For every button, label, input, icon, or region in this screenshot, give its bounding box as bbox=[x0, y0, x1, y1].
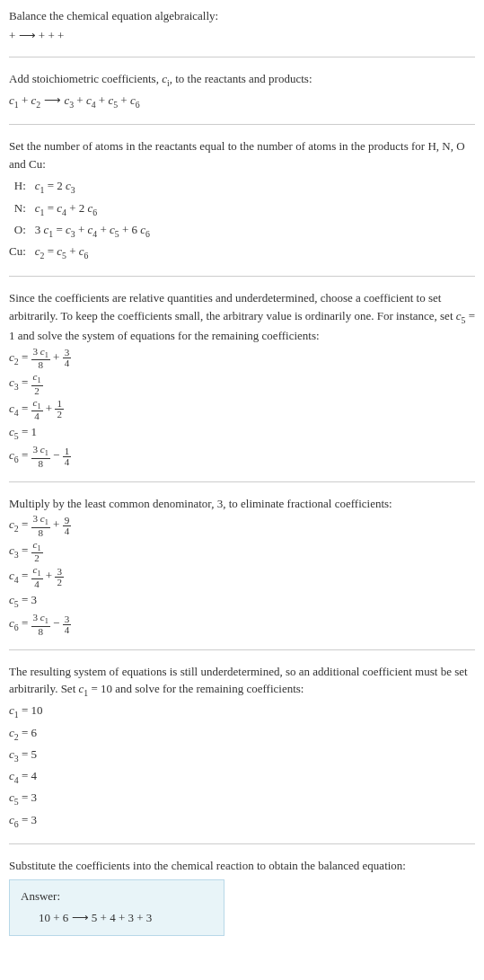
arb1-title: Since the coefficients are relative quan… bbox=[9, 289, 475, 344]
eq-plus: + bbox=[96, 93, 109, 107]
eq-sub: 6 bbox=[136, 100, 140, 110]
section-lcd: Multiply by the least common denominator… bbox=[9, 495, 475, 650]
coef-row: c6 = 3 bbox=[9, 811, 475, 831]
arb2-list: c1 = 10 c2 = 6 c3 = 5 c4 = 4 c5 = 3 c6 =… bbox=[9, 702, 475, 830]
stoich-title-b: , to the reactants and products: bbox=[170, 72, 312, 85]
coef-row: c3 = c12 bbox=[9, 372, 475, 396]
atom-eq: c2 = c5 + c6 bbox=[35, 242, 155, 263]
coef-row: c2 = 6 bbox=[9, 724, 475, 744]
atoms-title: Set the number of atoms in the reactants… bbox=[9, 137, 475, 172]
atom-el: N: bbox=[9, 199, 35, 220]
arb2-title-b: and solve for the remaining coefficients… bbox=[112, 682, 304, 695]
balance-equation: + ⟶ + + + bbox=[9, 27, 475, 45]
stoich-equation: c1 + c2 ⟶ c3 + c4 + c5 + c6 bbox=[9, 92, 475, 111]
coef-row: c1 = 10 bbox=[9, 702, 475, 721]
arb1-title-b: and solve the system of equations for th… bbox=[15, 329, 320, 342]
atom-eq: 3 c1 = c3 + c4 + c5 + 6 c6 bbox=[35, 220, 155, 242]
lcd-title: Multiply by the least common denominator… bbox=[9, 495, 475, 513]
atom-row: O:3 c1 = c3 + c4 + c5 + 6 c6 bbox=[9, 220, 155, 242]
coef-row: c3 = 5 bbox=[9, 746, 475, 765]
coef-row: c3 = c12 bbox=[9, 540, 475, 564]
section-stoich: Add stoichiometric coefficients, ci, to … bbox=[9, 70, 475, 125]
arb1-list: c2 = 3 c18 + 34 c3 = c12 c4 = c14 + 12 c… bbox=[9, 347, 475, 469]
arb2-title-var: c1 = 10 bbox=[79, 682, 113, 695]
arb1-title-a: Since the coefficients are relative quan… bbox=[9, 291, 456, 322]
stoich-title-a: Add stoichiometric coefficients, bbox=[9, 72, 162, 85]
balance-title: Balance the chemical equation algebraica… bbox=[9, 7, 475, 25]
coef-row: c4 = c14 + 32 bbox=[9, 565, 475, 589]
section-arbitrary2: The resulting system of equations is sti… bbox=[9, 663, 475, 844]
atom-el: O: bbox=[9, 220, 35, 242]
coef-row: c2 = 3 c18 + 34 bbox=[9, 347, 475, 371]
eq-plus: + bbox=[19, 93, 31, 107]
coef-row: c5 = 3 bbox=[9, 789, 475, 808]
section-arbitrary1: Since the coefficients are relative quan… bbox=[9, 289, 475, 482]
stoich-title: Add stoichiometric coefficients, ci, to … bbox=[9, 70, 475, 90]
section-answer: Substitute the coefficients into the che… bbox=[9, 857, 475, 949]
answer-equation: 10 + 6 ⟶ 5 + 4 + 3 + 3 bbox=[21, 909, 213, 927]
coef-row: c5 = 3 bbox=[9, 591, 475, 611]
section-atoms: Set the number of atoms in the reactants… bbox=[9, 137, 475, 277]
coef-row: c2 = 3 c18 + 94 bbox=[9, 514, 475, 538]
coef-row: c6 = 3 c18 − 14 bbox=[9, 445, 475, 469]
atom-el: H: bbox=[9, 176, 35, 198]
atom-eq: c1 = 2 c3 bbox=[35, 176, 155, 198]
atom-row: Cu:c2 = c5 + c6 bbox=[9, 242, 155, 263]
atoms-table: H:c1 = 2 c3 N:c1 = c4 + 2 c6 O:3 c1 = c3… bbox=[9, 176, 155, 263]
atom-row: H:c1 = 2 c3 bbox=[9, 176, 155, 198]
lcd-list: c2 = 3 c18 + 94 c3 = c12 c4 = c14 + 32 c… bbox=[9, 514, 475, 636]
answer-box: Answer: 10 + 6 ⟶ 5 + 4 + 3 + 3 bbox=[9, 879, 224, 936]
atom-row: N:c1 = c4 + 2 c6 bbox=[9, 199, 155, 220]
answer-label: Answer: bbox=[21, 887, 213, 905]
coef-row: c6 = 3 c18 − 34 bbox=[9, 613, 475, 637]
coef-row: c5 = 1 bbox=[9, 423, 475, 443]
eq-arrow: ⟶ bbox=[40, 93, 64, 107]
atom-el: Cu: bbox=[9, 242, 35, 263]
section-balance: Balance the chemical equation algebraica… bbox=[9, 7, 475, 57]
coef-row: c4 = 4 bbox=[9, 767, 475, 787]
answer-title: Substitute the coefficients into the che… bbox=[9, 857, 475, 875]
eq-plus: + bbox=[118, 93, 130, 107]
coef-row: c4 = c14 + 12 bbox=[9, 398, 475, 422]
atom-eq: c1 = c4 + 2 c6 bbox=[35, 199, 155, 220]
eq-plus: + bbox=[74, 93, 86, 107]
arb2-title: The resulting system of equations is sti… bbox=[9, 663, 475, 701]
